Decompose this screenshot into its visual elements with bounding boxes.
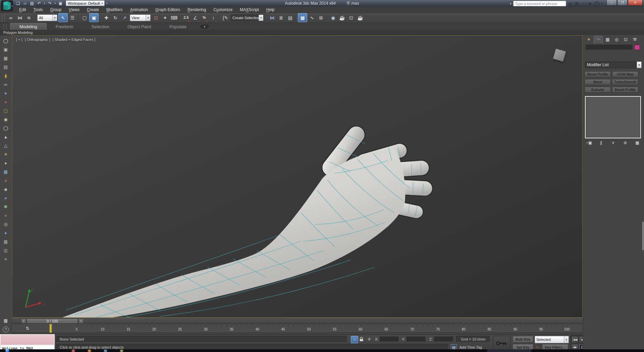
search-input[interactable]	[513, 1, 566, 6]
list-panel-icon[interactable]: ▤	[2, 64, 9, 70]
selection-lock-icon[interactable]	[359, 337, 364, 343]
time-slider-bar[interactable]: < 0 / 100 >	[12, 318, 583, 324]
ribbon-tab-modeling[interactable]: Modeling	[10, 23, 47, 30]
modifier-button-bevel-profile[interactable]: Bevel Profile	[585, 71, 611, 77]
ribbon-tab-object-paint[interactable]: Object Paint	[118, 23, 160, 30]
edit-named-selection-sets-icon[interactable]: {✎	[221, 13, 230, 22]
grid-blue-icon[interactable]: ▦	[2, 169, 9, 175]
motion-tab[interactable]: ◎	[612, 36, 621, 43]
bind-to-space-warp-icon[interactable]: ≋	[24, 13, 33, 22]
workspace-dropdown[interactable]: Workspace: Default ▾	[66, 0, 105, 6]
app-logo-icon[interactable]	[1, 0, 13, 11]
time-step-forward-button[interactable]: >	[78, 318, 84, 324]
new-scene-button[interactable]: ❏	[15, 0, 21, 6]
modifier-list-caret-icon[interactable]: ▼	[637, 61, 642, 68]
toolbar-drag-handle[interactable]	[2, 14, 5, 21]
modifier-button-bend[interactable]: Bend	[585, 79, 611, 85]
modifier-button-extrude[interactable]: Extrude	[585, 87, 611, 93]
pyramid-tool-icon[interactable]: △	[2, 143, 9, 148]
track-bar[interactable]: ⇅ 05101520253035404550556065707580859095…	[12, 324, 583, 333]
time-step-back-button[interactable]: <	[21, 318, 26, 324]
ribbon-drag-handle[interactable]	[3, 24, 7, 29]
x-coordinate-field[interactable]	[380, 337, 399, 342]
sphere-red-icon[interactable]: ●	[2, 99, 9, 105]
building-tool-icon[interactable]: ▦	[2, 239, 9, 245]
modifier-button-bevel-profile[interactable]: Bevel Profile	[612, 87, 638, 93]
object-color-swatch[interactable]	[634, 45, 640, 50]
taskbar-active-app[interactable]	[487, 349, 531, 352]
rendered-frame-window-icon[interactable]: ⊡	[347, 13, 356, 22]
undo-dropdown-icon[interactable]: ▾	[43, 0, 46, 6]
set-keys-button[interactable]	[493, 336, 511, 351]
image-panel-icon[interactable]: ▣	[2, 47, 9, 52]
go-to-start-button[interactable]: |◀◀	[572, 336, 578, 343]
spinner-snap-toggle-icon[interactable]: ↕◡	[209, 13, 218, 22]
redo-button[interactable]: ↷	[47, 0, 53, 6]
taskbar-app-icon[interactable]	[88, 350, 91, 352]
menu-group[interactable]: Group	[47, 7, 65, 12]
lines-tool-icon[interactable]: ≡	[2, 256, 9, 262]
ring-tool-icon[interactable]: ◎	[2, 221, 9, 227]
taskbar-app-icon[interactable]	[72, 350, 75, 352]
modifier-stack-list[interactable]	[585, 96, 641, 138]
use-pivot-point-center-icon[interactable]: ⊡	[152, 13, 160, 22]
open-mini-curve-editor-icon[interactable]: ⇅	[21, 324, 34, 332]
selection-filter-dropdown[interactable]: All▾	[37, 14, 57, 21]
menu-tools[interactable]: Tools	[30, 7, 47, 12]
viewport-general-menu[interactable]: [ + ]	[16, 38, 22, 42]
ribbon-options-icon[interactable]: ▼	[200, 25, 209, 29]
material-editor-icon[interactable]: ◉	[329, 13, 337, 22]
show-end-result-icon[interactable]: ∥	[598, 140, 604, 145]
menu-edit[interactable]: Edit	[15, 7, 30, 12]
grid-panel-icon[interactable]: ▦	[2, 55, 9, 61]
select-object-icon[interactable]: ↖	[58, 13, 68, 22]
select-and-scale-icon[interactable]: ↗	[120, 13, 129, 22]
light-tool-icon[interactable]: ☀	[2, 151, 9, 157]
viewport-pov-menu[interactable]: [ Orthographic ]	[25, 38, 50, 42]
create-tab[interactable]: ✶	[585, 36, 593, 43]
unlink-selection-icon[interactable]: ⋈	[15, 13, 24, 22]
add-time-tag-button[interactable]: Add Time Tag	[460, 345, 482, 349]
ribbon-tab-freeform[interactable]: Freeform	[47, 23, 83, 30]
communication-center-icon[interactable]: ☄	[581, 1, 586, 6]
menu-views[interactable]: Views	[65, 7, 83, 12]
named-selection-sets-dropdown[interactable]: Create Selection Set▾	[231, 14, 264, 21]
select-and-move-icon[interactable]: ✚	[102, 13, 111, 22]
keyboard-shortcut-override-icon[interactable]: ⌨	[170, 13, 178, 22]
align-icon[interactable]: ≣	[277, 13, 285, 22]
menu-animation[interactable]: Animation	[126, 7, 152, 12]
object-name-field[interactable]	[586, 45, 633, 50]
display-tab[interactable]: ⊡	[622, 36, 630, 43]
snaps-toggle-icon[interactable]: 2.5◡	[182, 13, 191, 22]
y-coordinate-field[interactable]	[407, 337, 426, 342]
modifier-button-turbosmooth[interactable]: TurboSmooth	[612, 79, 638, 85]
curve-editor-icon[interactable]: ∿	[308, 13, 316, 22]
circle-tool-icon[interactable]: ◯	[2, 125, 9, 131]
help-icon[interactable]: ?	[594, 1, 599, 6]
z-coordinate-field[interactable]	[434, 337, 453, 342]
ribbon-tab-selection[interactable]: Selection	[83, 23, 118, 30]
hierarchy-tab[interactable]: ▦	[603, 36, 612, 43]
reference-coordinate-system-dropdown-caret-icon[interactable]: ▾	[146, 15, 150, 21]
menu-graph-editors[interactable]: Graph Editors	[152, 7, 184, 12]
foliage-tool-icon[interactable]: ✱	[2, 204, 9, 210]
menu-maxscript[interactable]: MAXScript	[236, 7, 263, 12]
subscription-center-icon[interactable]: ⚒	[574, 1, 580, 6]
viewport-shading-menu[interactable]: [ Shaded + Edged Faces ]	[52, 38, 95, 42]
drop-tool-icon[interactable]: ●	[2, 178, 9, 183]
default-in-out-tangents-icon[interactable]: ∿	[535, 345, 539, 350]
named-selection-sets-dropdown-caret-icon[interactable]: ▾	[259, 15, 263, 21]
selection-filter-dropdown-caret-icon[interactable]: ▾	[52, 15, 57, 21]
angle-snap-toggle-icon[interactable]: ∠◡	[191, 13, 200, 22]
search-icon[interactable]: ◎	[567, 1, 573, 6]
remove-modifier-icon[interactable]: ⊘	[622, 140, 629, 145]
cylinder-tool-icon[interactable]: ▮	[2, 73, 9, 79]
menu-rendering[interactable]: Rendering	[184, 7, 210, 12]
time-configuration-icon[interactable]: ▦	[2, 318, 9, 323]
layer-manager-icon[interactable]: ▤	[286, 13, 294, 22]
configure-modifier-sets-icon[interactable]: ▦	[634, 140, 641, 145]
redo-dropdown-icon[interactable]: ▾	[54, 0, 57, 6]
rectangular-selection-region-icon[interactable]: ▢	[80, 13, 89, 22]
help-dropdown-icon[interactable]: ▾	[600, 1, 603, 6]
box-outline-icon[interactable]: ▢	[2, 108, 9, 114]
